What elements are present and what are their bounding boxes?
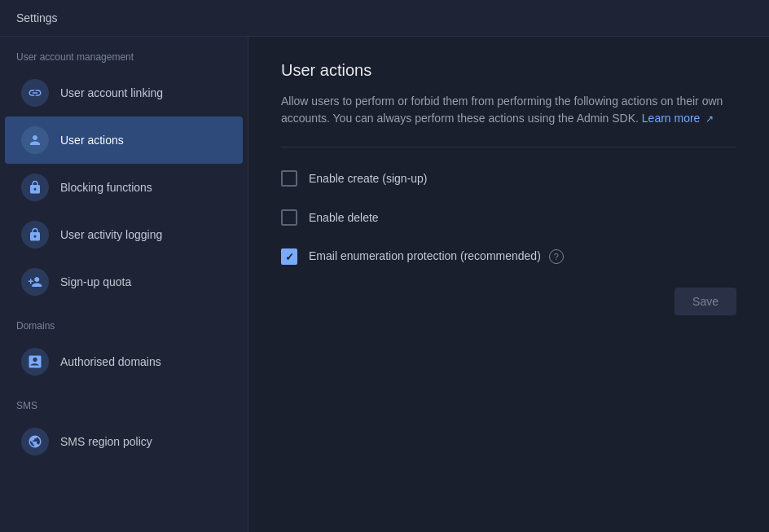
sidebar-item-user-actions[interactable]: User actions bbox=[5, 117, 243, 164]
sidebar-item-authorised-domains[interactable]: Authorised domains bbox=[5, 338, 243, 385]
section-divider bbox=[281, 147, 736, 147]
enable-delete-checkbox[interactable] bbox=[281, 209, 297, 226]
sidebar-section-user-account: User account management bbox=[0, 37, 248, 69]
main-content: User actions Allow users to perform or f… bbox=[248, 37, 769, 532]
sidebar-item-label-actions: User actions bbox=[60, 134, 124, 147]
sidebar-item-user-account-linking[interactable]: User account linking bbox=[5, 69, 243, 117]
app-title: Settings bbox=[16, 11, 58, 24]
email-enumeration-label: Email enumeration protection (recommende… bbox=[309, 249, 564, 264]
enable-create-checkbox[interactable] bbox=[281, 170, 297, 187]
enable-delete-label: Enable delete bbox=[309, 211, 379, 224]
globe-icon bbox=[21, 428, 49, 455]
sidebar-item-label-quota: Sign-up quota bbox=[60, 275, 131, 288]
sidebar-item-signup-quota[interactable]: Sign-up quota bbox=[5, 258, 243, 306]
external-link-icon: ↗ bbox=[705, 113, 714, 125]
person-gear-icon bbox=[21, 126, 49, 154]
person-add-icon bbox=[21, 268, 49, 296]
sidebar-item-label-linking: User account linking bbox=[60, 86, 163, 99]
sidebar-section-domains: Domains bbox=[0, 306, 248, 338]
learn-more-link[interactable]: Learn more ↗ bbox=[642, 112, 714, 125]
link-icon bbox=[21, 79, 49, 107]
email-enumeration-checkbox[interactable] bbox=[281, 248, 297, 265]
grid-icon bbox=[21, 348, 49, 376]
lock-log-icon bbox=[21, 221, 49, 248]
sidebar-item-blocking-functions[interactable]: Blocking functions bbox=[5, 164, 243, 211]
sidebar-item-label-logging: User activity logging bbox=[60, 228, 162, 241]
top-bar: Settings bbox=[0, 0, 769, 37]
sidebar: User account management User account lin… bbox=[0, 37, 248, 532]
help-icon[interactable]: ? bbox=[549, 249, 564, 264]
page-title: User actions bbox=[281, 61, 736, 80]
checkbox-row-email-enum: Email enumeration protection (recommende… bbox=[281, 248, 736, 265]
save-row: Save bbox=[281, 288, 736, 315]
sidebar-item-label-domains: Authorised domains bbox=[60, 355, 161, 368]
sidebar-item-label-blocking: Blocking functions bbox=[60, 181, 152, 194]
lock-icon bbox=[21, 174, 49, 201]
checkbox-row-delete: Enable delete bbox=[281, 209, 736, 226]
sidebar-section-sms: SMS bbox=[0, 385, 248, 418]
checkbox-row-create: Enable create (sign-up) bbox=[281, 170, 736, 187]
enable-create-label: Enable create (sign-up) bbox=[309, 172, 428, 185]
sidebar-item-sms-region-policy[interactable]: SMS region policy bbox=[5, 418, 243, 465]
page-description: Allow users to perform or forbid them fr… bbox=[281, 93, 736, 127]
save-button[interactable]: Save bbox=[675, 288, 736, 315]
main-layout: User account management User account lin… bbox=[0, 37, 769, 532]
sidebar-item-user-activity-logging[interactable]: User activity logging bbox=[5, 211, 243, 258]
sidebar-item-label-sms: SMS region policy bbox=[60, 435, 152, 448]
